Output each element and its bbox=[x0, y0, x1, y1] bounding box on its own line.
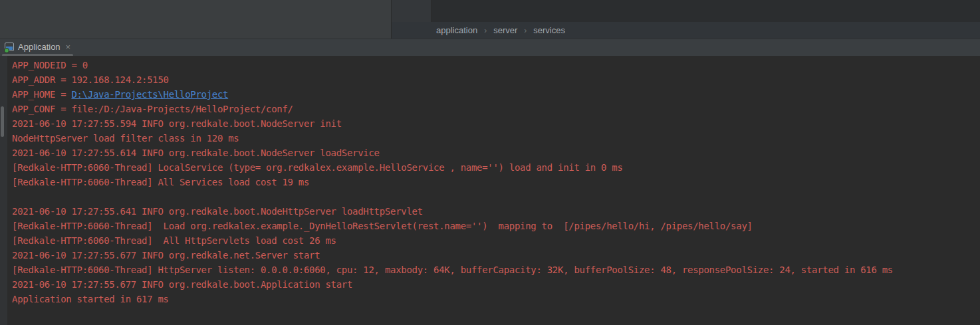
run-console-icon bbox=[5, 43, 14, 51]
close-icon[interactable]: × bbox=[66, 43, 71, 51]
breadcrumb-item-server[interactable]: server bbox=[493, 25, 517, 35]
console-line: 2021-06-10 17:27:55.641 INFO org.redkale… bbox=[12, 204, 893, 219]
tab-application[interactable]: Application × bbox=[2, 39, 73, 54]
console-line: [Redkale-HTTP:6060-Thread] LocalService … bbox=[12, 160, 893, 175]
console-line: [Redkale-HTTP:6060-Thread] HttpServer li… bbox=[12, 263, 893, 277]
console-line: [Redkale-HTTP:6060-Thread] All HttpServl… bbox=[12, 233, 893, 248]
console-line: APP_HOME = D:\Java-Projects\HelloProject bbox=[12, 87, 893, 102]
file-link[interactable]: D:\Java-Projects\HelloProject bbox=[71, 89, 228, 100]
scrollbar-thumb[interactable] bbox=[1, 106, 4, 137]
run-tab-bar: Application × bbox=[0, 39, 980, 56]
editor-pane-right bbox=[431, 0, 980, 22]
console-line: [Redkale-HTTP:6060-Thread] All Services … bbox=[12, 175, 893, 189]
breadcrumb: application›server›services bbox=[392, 22, 980, 39]
console-line: 2021-06-10 17:27:55.594 INFO org.redkale… bbox=[12, 116, 893, 131]
console-output: APP_NODEID = 0APP_ADDR = 192.168.124.2:5… bbox=[12, 58, 893, 306]
console-line: APP_ADDR = 192.168.124.2:5150 bbox=[12, 72, 893, 87]
breadcrumb-item-services[interactable]: services bbox=[533, 25, 565, 35]
chevron-right-icon: › bbox=[524, 26, 527, 35]
editor-pane-divider bbox=[392, 0, 431, 22]
console-line: 2021-06-10 17:27:55.677 INFO org.redkale… bbox=[12, 277, 893, 292]
console-line: 2021-06-10 17:27:55.677 INFO org.redkale… bbox=[12, 248, 893, 263]
console-line: [Redkale-HTTP:6060-Thread] Load org.redk… bbox=[12, 219, 893, 233]
tab-label: Application bbox=[18, 42, 61, 52]
console-line: Application started in 617 ms bbox=[12, 292, 893, 306]
ide-window: application›server›services Application … bbox=[0, 0, 980, 325]
console-line: APP_CONF = file:/D:/Java-Projects/HelloP… bbox=[12, 102, 893, 116]
breadcrumb-item-application[interactable]: application bbox=[436, 25, 477, 35]
editor-pane-left bbox=[0, 0, 392, 39]
console-line: NodeHttpServer load filter class in 120 … bbox=[12, 131, 893, 146]
console-gutter bbox=[0, 56, 7, 325]
console-line: 2021-06-10 17:27:55.614 INFO org.redkale… bbox=[12, 146, 893, 160]
chevron-right-icon: › bbox=[484, 26, 487, 35]
console-text: APP_HOME = bbox=[12, 89, 71, 100]
console-line bbox=[12, 189, 893, 204]
console-panel: APP_NODEID = 0APP_ADDR = 192.168.124.2:5… bbox=[0, 56, 980, 325]
console-line: APP_NODEID = 0 bbox=[12, 58, 893, 72]
running-badge-icon bbox=[4, 48, 9, 53]
